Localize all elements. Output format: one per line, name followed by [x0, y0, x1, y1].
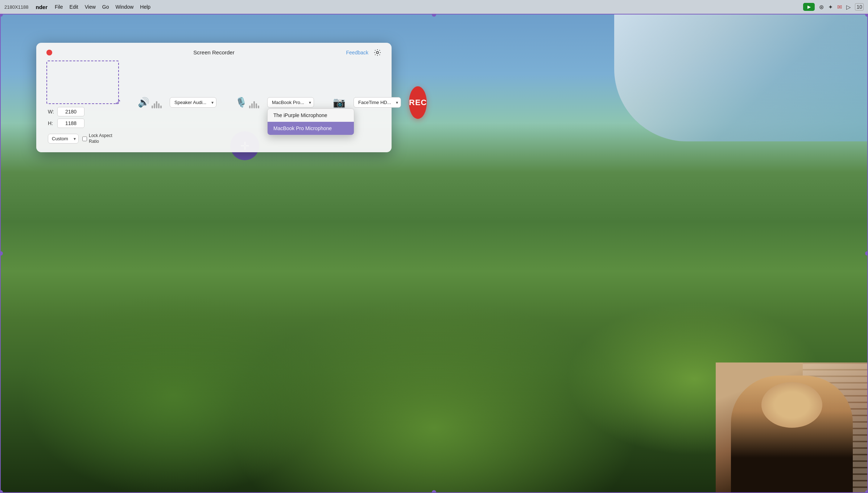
app-name: nder	[36, 4, 48, 10]
svg-point-0	[376, 51, 379, 54]
rec-button[interactable]: REC	[409, 86, 427, 119]
camera-dropdown[interactable]: FaceTime HD...	[354, 97, 401, 108]
settings-icon[interactable]	[373, 49, 381, 57]
menu-go[interactable]: Go	[102, 4, 109, 10]
preset-row: Custom Lock Aspect Ratio	[48, 133, 119, 144]
width-label: W:	[48, 109, 54, 115]
menubar-right: ▶ ⊛ ✦ ✉ ▷ 10	[803, 3, 864, 11]
menu-window[interactable]: Window	[116, 4, 134, 10]
bar-4	[158, 103, 160, 108]
rec-label: REC	[409, 98, 427, 107]
camera-dropdown-wrapper[interactable]: FaceTime HD...	[354, 97, 401, 108]
preset-select-wrapper[interactable]: Custom	[48, 134, 79, 144]
speaker-icon: 🔊	[138, 97, 149, 108]
mic-control: 🎙️	[235, 97, 259, 108]
webcam-person	[716, 362, 868, 493]
forward-icon: ▷	[846, 4, 851, 11]
menu-edit[interactable]: Edit	[70, 4, 78, 10]
lock-aspect-container: Lock Aspect Ratio	[82, 133, 119, 144]
width-input[interactable]	[57, 107, 84, 116]
panel-header: Screen Recorder Feedback	[46, 49, 381, 55]
selection-preview: ⤢	[46, 61, 119, 104]
bar-2	[154, 103, 155, 108]
bar-1	[152, 105, 153, 108]
speaker-dropdown[interactable]: Speaker Audi...	[170, 97, 216, 108]
menu-items: File Edit View Go Window Help	[55, 4, 150, 10]
wifi-icon: ⊛	[819, 4, 824, 11]
preset-select[interactable]: Custom	[48, 134, 79, 144]
dropbox-icon: ✦	[828, 4, 833, 11]
menubar: 2180X1188 nder File Edit View Go Window …	[0, 0, 868, 14]
panel-content: ⤢ W: H: Custom	[46, 61, 381, 144]
mic-dropdown-wrapper[interactable]: MacBook Pro...	[267, 97, 314, 108]
mail-icon: ✉	[837, 4, 842, 11]
mic-dropdown-container: MacBook Pro... The iPurple Microphone Ma…	[267, 97, 314, 108]
camera-icon: 📷	[333, 96, 346, 108]
mic-dropdown[interactable]: MacBook Pro...	[267, 97, 314, 108]
webcam-overlay	[716, 362, 868, 493]
bar-5	[160, 105, 162, 108]
mic-dropdown-menu: The iPurple Microphone MacBook Pro Micro…	[267, 108, 354, 135]
menu-view[interactable]: View	[85, 4, 96, 10]
height-row: H:	[48, 119, 119, 128]
mic-option-macbook[interactable]: MacBook Pro Microphone	[268, 122, 354, 135]
lock-aspect-checkbox[interactable]	[82, 136, 87, 141]
mic-bar-5	[258, 105, 259, 108]
resolution-display: 2180X1188	[4, 4, 29, 10]
facetime-icon: ▶	[803, 3, 815, 11]
height-input[interactable]	[57, 119, 84, 128]
width-row: W:	[48, 107, 119, 116]
height-label: H:	[48, 120, 54, 126]
mic-option-ipurple[interactable]: The iPurple Microphone	[268, 109, 354, 122]
feedback-link[interactable]: Feedback	[346, 50, 368, 55]
panel-title: Screen Recorder	[193, 49, 234, 55]
mic-bar-2	[251, 103, 253, 108]
mic-bar-1	[249, 105, 251, 108]
bar-3	[156, 101, 157, 108]
speaker-control: 🔊	[138, 97, 162, 108]
menu-help[interactable]: Help	[140, 4, 150, 10]
counter-icon: 10	[855, 3, 864, 11]
mic-icon: 🎙️	[235, 97, 247, 108]
recorder-panel: Screen Recorder Feedback ⤢ W: H:	[36, 43, 392, 152]
menu-file[interactable]: File	[55, 4, 63, 10]
mic-bar-3	[253, 101, 255, 108]
lock-aspect-label: Lock Aspect Ratio	[89, 133, 119, 144]
mic-level-bars	[249, 97, 259, 108]
resize-handle[interactable]: ⤢	[115, 98, 121, 106]
speaker-level-bars	[152, 97, 162, 108]
speaker-dropdown-wrapper[interactable]: Speaker Audi...	[170, 97, 216, 108]
traffic-light-close[interactable]	[46, 50, 52, 55]
mic-bar-4	[256, 103, 257, 108]
camera-control: 📷	[333, 96, 346, 108]
